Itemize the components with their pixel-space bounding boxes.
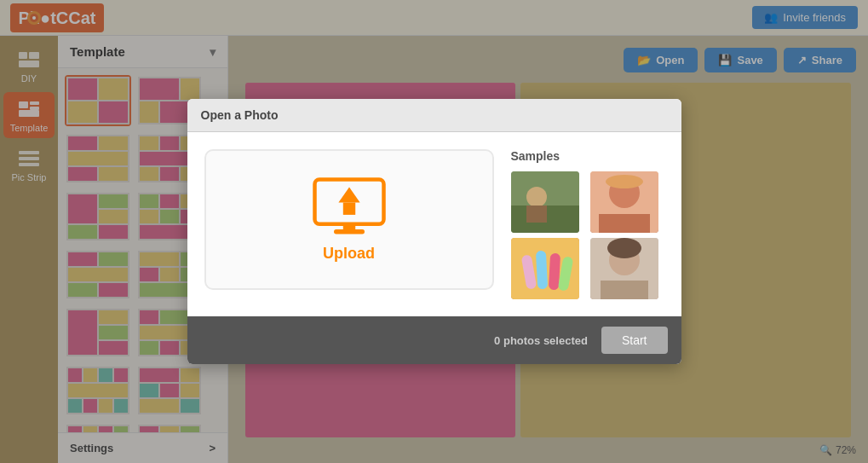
svg-rect-19 [334,229,365,234]
sample-image-2[interactable] [590,171,658,233]
samples-title: Samples [511,149,664,163]
svg-point-36 [607,238,641,258]
photos-selected-count: 0 photos selected [494,334,588,347]
svg-rect-26 [599,214,650,233]
svg-rect-18 [342,224,354,230]
svg-point-22 [526,187,547,207]
modal-body: Upload Samples [187,132,681,316]
svg-marker-16 [338,188,359,203]
samples-section: Samples [511,149,664,299]
svg-rect-17 [342,203,354,215]
sample-image-3[interactable] [511,238,579,299]
upload-svg [311,172,388,240]
upload-label: Upload [323,245,375,263]
sample-image-1[interactable] [511,171,579,233]
upload-button[interactable]: Upload [204,149,494,290]
modal-overlay: Open a Photo [0,0,868,463]
start-button[interactable]: Start [601,327,668,354]
svg-rect-30 [535,251,547,290]
open-photo-modal: Open a Photo [187,99,681,364]
svg-point-27 [606,175,643,188]
svg-rect-23 [526,205,547,223]
modal-header: Open a Photo [187,99,681,132]
modal-footer: 0 photos selected Start [187,316,681,364]
samples-grid [511,171,664,299]
upload-section: Upload [204,149,494,299]
upload-icon [311,177,388,236]
svg-rect-35 [601,281,648,299]
sample-image-4[interactable] [590,238,658,299]
